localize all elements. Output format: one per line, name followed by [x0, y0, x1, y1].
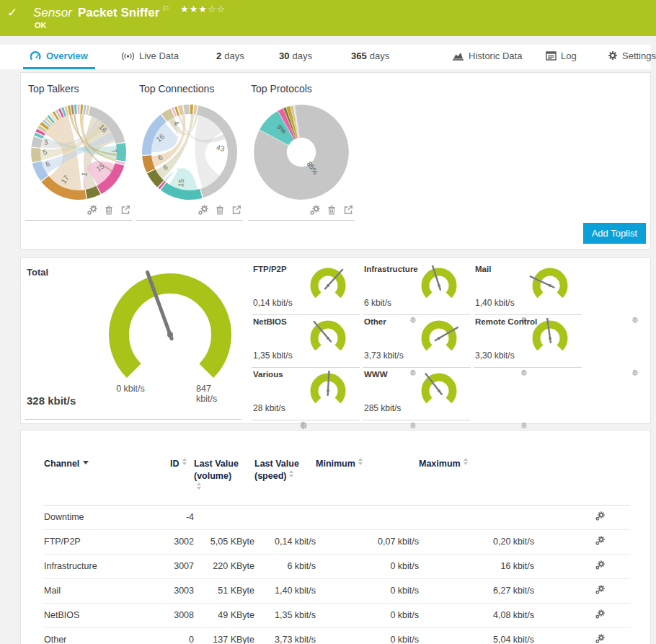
channel-settings-button[interactable]: [595, 609, 605, 621]
add-toplist-button[interactable]: Add Toplist: [583, 223, 646, 244]
channel-gauge-value: 3,30 kbit/s: [475, 350, 515, 361]
toplist-delete-button[interactable]: [104, 205, 114, 218]
channel-gauge-value: 285 kbit/s: [364, 403, 401, 413]
toplist-title: Top Connections: [139, 83, 243, 94]
table-row-infrastructure: Infrastructure3007220 KByte6 kbit/s0 kbi…: [44, 554, 630, 578]
tab-historic-data[interactable]: Historic Data: [445, 45, 529, 67]
toplist-title: Top Talkers: [28, 83, 132, 94]
channel-value-cell: 3,73 kbit/s: [254, 627, 316, 644]
column-header-last-value[interactable]: Last Value(speed): [254, 455, 316, 505]
gear-options-icon: [595, 560, 605, 570]
svg-text:43: 43: [216, 144, 226, 154]
channel-settings-button[interactable]: [595, 560, 605, 572]
trash-icon: [104, 205, 114, 215]
tab-live-data[interactable]: Live Data: [114, 45, 186, 67]
settings-gear-icon: [608, 50, 618, 61]
channel-gauge-value: 3,73 kbit/s: [364, 350, 404, 361]
channel-settings-button[interactable]: [595, 536, 605, 547]
sort-icon[interactable]: [464, 458, 468, 465]
sort-icon[interactable]: [182, 458, 187, 465]
column-header-last-value[interactable]: Last Value(volume): [194, 455, 254, 505]
channel-gauge-label: NetBIOS: [253, 317, 287, 326]
channel-value-cell: [194, 505, 254, 529]
channel-settings-button[interactable]: [595, 634, 605, 644]
channel-table-panel: ChannelIDLast Value(volume)Last Value(sp…: [20, 430, 651, 644]
external-link-icon: [120, 205, 130, 215]
toplist-settings-button[interactable]: [310, 205, 320, 218]
prtg-sensor-page: ✓ SensorPacket Sniffer⚐ ★★★☆☆ OK Overvie…: [0, 0, 656, 644]
tab-days[interactable]: 365days: [344, 45, 396, 67]
toplist-open-button[interactable]: [343, 205, 353, 218]
tab-settings[interactable]: Settings: [600, 45, 656, 67]
sensor-status-header: ✓ SensorPacket Sniffer⚐ ★★★☆☆ OK: [0, 0, 656, 36]
channel-value-cell: 0 kbit/s: [316, 627, 419, 644]
channel-gauge: [306, 318, 350, 360]
channel-gauge-tile-www: WWW 285 kbit/s: [363, 367, 471, 420]
column-header-id[interactable]: ID: [170, 455, 194, 505]
sort-icon[interactable]: [197, 482, 201, 490]
tab-log[interactable]: Log: [538, 45, 584, 67]
toplist-open-button[interactable]: [120, 205, 130, 218]
toplist-delete-button[interactable]: [215, 205, 225, 218]
sort-icon[interactable]: [358, 458, 363, 465]
tab-days[interactable]: 2days: [209, 45, 252, 67]
channel-gauge: [306, 265, 350, 307]
toplist-chart: 9%85%: [251, 102, 352, 203]
channel-settings-button[interactable]: [595, 585, 605, 596]
tab-label: Overview: [46, 50, 88, 61]
channel-gauge-label: Infrastructure: [364, 265, 418, 273]
channel-name-cell[interactable]: NetBIOS: [44, 603, 170, 627]
tab-label: Settings: [622, 50, 656, 61]
gear-options-icon: [595, 536, 605, 545]
channel-settings-cell: [534, 505, 630, 529]
channel-gauge-tile-ftp-p2p: FTP/P2P 0,14 kbit/s: [252, 262, 360, 315]
channel-value-cell: 51 KByte: [194, 578, 254, 603]
channel-value-cell: 1,40 kbit/s: [254, 578, 316, 603]
toplist-chart: 431566164: [139, 102, 240, 203]
historic-data-icon: [452, 51, 464, 61]
channel-name-cell[interactable]: Infrastructure: [44, 554, 170, 578]
gauge-max-label: 847 kbit/s: [196, 384, 226, 404]
channel-settings-cell: [534, 578, 630, 603]
channel-name-cell[interactable]: Other: [44, 627, 170, 644]
channel-settings-cell: [534, 627, 630, 644]
column-header-minimum[interactable]: Minimum: [316, 455, 419, 505]
toplist-tile-top-protocols: Top Protocols9%85%: [248, 79, 355, 221]
channel-gauge-tile-infrastructure: Infrastructure 6 kbit/s: [363, 262, 471, 315]
channel-value-cell: 0 kbit/s: [316, 603, 419, 627]
channel-settings-button[interactable]: [595, 511, 605, 523]
toplist-delete-button[interactable]: [327, 205, 337, 218]
channel-value-cell: 0: [170, 627, 194, 644]
tab-days[interactable]: 30days: [272, 45, 319, 67]
channel-value-cell: 3007: [170, 554, 194, 578]
gear-options-icon: [310, 205, 320, 215]
column-header-actions: [534, 455, 630, 505]
toplist-actions: [310, 205, 353, 218]
channel-gauge-tile-mail: Mail 1,40 kbit/s: [474, 262, 582, 315]
channel-gauge: [306, 371, 350, 413]
channel-settings-cell: [534, 554, 630, 578]
toplist-settings-button[interactable]: [87, 205, 97, 218]
toplist-title: Top Protocols: [251, 83, 355, 94]
flag-icon[interactable]: ⚐: [162, 4, 169, 13]
channel-name-cell[interactable]: FTP/P2P: [44, 529, 170, 554]
table-row-other: Other0137 KByte3,73 kbit/s0 kbit/s5,04 k…: [44, 627, 630, 644]
gear-options-icon: [198, 205, 208, 215]
toplist-settings-button[interactable]: [198, 205, 208, 218]
channel-name-cell[interactable]: Mail: [44, 578, 170, 603]
column-header-channel[interactable]: Channel: [44, 455, 170, 505]
channel-value-cell: 3008: [170, 603, 194, 627]
channel-gauge-label: WWW: [364, 370, 388, 379]
channel-gauge-tile-various: Various 28 kbit/s: [252, 367, 360, 420]
column-header-maximum[interactable]: Maximum: [419, 455, 534, 505]
toplist-open-button[interactable]: [231, 205, 241, 218]
channel-table: ChannelIDLast Value(volume)Last Value(sp…: [44, 455, 630, 644]
priority-stars[interactable]: ★★★☆☆: [180, 4, 226, 14]
external-link-icon: [231, 205, 241, 215]
channel-name-cell[interactable]: Downtime: [44, 505, 170, 529]
channel-value-cell: 16 kbit/s: [419, 554, 534, 578]
external-link-icon: [343, 205, 353, 215]
channel-value-cell: 0,14 kbit/s: [254, 529, 316, 554]
tab-overview[interactable]: Overview: [23, 45, 95, 69]
sort-icon[interactable]: [289, 470, 293, 477]
